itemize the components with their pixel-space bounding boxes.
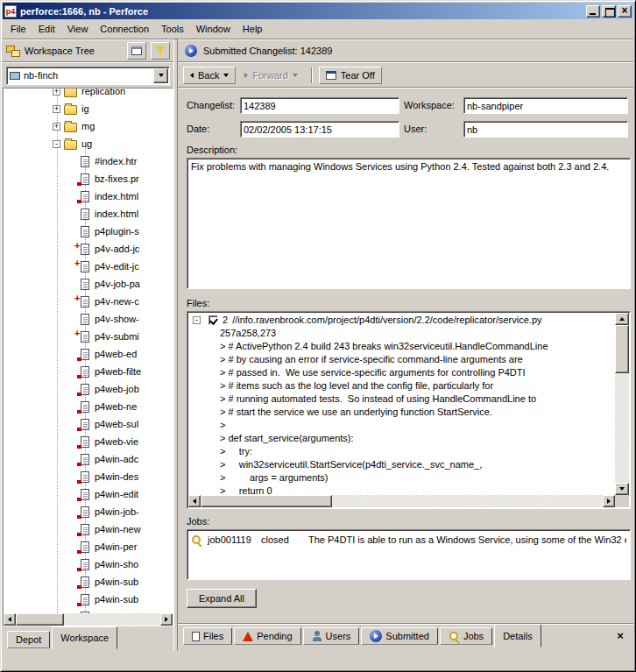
workspace-combobox[interactable]: nb-finch	[6, 67, 170, 85]
diff-line[interactable]: > return 0	[188, 485, 615, 495]
diff-line[interactable]: >	[188, 419, 615, 432]
tree-item-p4win-job[interactable]: p4win-job-	[4, 503, 173, 520]
tree-item-bz-fixes-pr[interactable]: bz-fixes.pr	[4, 170, 173, 187]
expand-all-button[interactable]: Expand All	[187, 589, 257, 608]
scrollbar-thumb[interactable]	[201, 495, 332, 507]
tree-horizontal-scrollbar[interactable]	[4, 613, 173, 626]
tab-depot[interactable]: Depot	[7, 631, 50, 648]
filter-button[interactable]	[151, 42, 170, 60]
menu-help[interactable]: Help	[237, 21, 269, 37]
description-box[interactable]: Fix problems with managing Windows Servi…	[187, 158, 631, 289]
tree-item-mg[interactable]: +mg	[4, 117, 173, 135]
diff-line[interactable]: 257a258,273	[188, 327, 615, 340]
workspace-field[interactable]	[463, 97, 628, 114]
files-list[interactable]: - 2 //info.ravenbrook.com/project/p4dti/…	[188, 313, 615, 495]
tree-item-p4plugin-s[interactable]: p4plugin-s	[4, 223, 173, 240]
tree-item-ig[interactable]: +ig	[4, 100, 173, 117]
tree-item-index-html[interactable]: index.html	[4, 205, 173, 223]
diff-line[interactable]: > args = arguments)	[188, 471, 615, 485]
expand-toggle-icon[interactable]: +	[53, 123, 60, 131]
back-button[interactable]: Back	[183, 67, 236, 84]
tree-item-p4win-sub[interactable]: p4win-sub	[4, 591, 173, 608]
maximize-button[interactable]	[602, 5, 616, 18]
close-button[interactable]	[618, 5, 632, 18]
tree-item-p4win-des[interactable]: p4win-des	[4, 468, 173, 485]
tree-item-index-htr[interactable]: #index.htr	[4, 152, 173, 170]
title-bar[interactable]: perforce:1666, nb - Perforce	[3, 3, 633, 19]
scroll-right-button[interactable]	[603, 495, 615, 507]
expand-toggle-icon[interactable]: +	[53, 105, 60, 113]
scroll-left-button[interactable]	[4, 613, 16, 626]
tear-off-button[interactable]: Tear Off	[319, 67, 382, 84]
tree-view-options-button[interactable]	[127, 42, 146, 60]
diff-line[interactable]: > try:	[188, 445, 615, 458]
tree-item-p4web-ne[interactable]: p4web-ne	[4, 398, 173, 415]
scroll-down-button[interactable]	[615, 483, 629, 495]
menu-tools[interactable]: Tools	[155, 21, 190, 37]
tree-item-p4v-add-jc[interactable]: p4v-add-jc	[4, 240, 173, 258]
tree-item-p4win-adc[interactable]: p4win-adc	[4, 450, 173, 468]
tree-item-p4win-sub[interactable]: p4win-sub	[4, 573, 173, 591]
date-field[interactable]	[240, 121, 399, 138]
menu-file[interactable]: File	[4, 21, 32, 37]
tree-item-p4v-edit-jc[interactable]: p4v-edit-jc	[4, 258, 173, 275]
scrollbar-track[interactable]	[201, 495, 603, 507]
files-vertical-scrollbar[interactable]	[615, 313, 629, 495]
job-entry[interactable]: job001119closedThe P4DTI is able to run …	[191, 533, 626, 547]
menu-connection[interactable]: Connection	[94, 21, 155, 37]
user-field[interactable]	[463, 121, 628, 138]
forward-button[interactable]: Forward	[237, 67, 304, 84]
tree-item-p4win-edit[interactable]: p4win-edit	[4, 485, 173, 503]
scrollbar-thumb[interactable]	[615, 325, 629, 373]
scroll-left-button[interactable]	[188, 495, 201, 507]
tree-item-p4web-filte[interactable]: p4web-filte	[4, 363, 173, 380]
tree-item-p4win-new[interactable]: p4win-new	[4, 520, 173, 538]
tab-files[interactable]: Files	[183, 627, 232, 645]
expand-toggle-icon[interactable]: +	[53, 88, 60, 95]
tab-pending[interactable]: Pending	[234, 627, 300, 645]
tree-item-index-html[interactable]: index.html	[4, 187, 173, 205]
expand-toggle-icon[interactable]: -	[53, 140, 60, 148]
workspace-tree[interactable]: +replication+ig+mg-ug#index.htrbz-fixes.…	[4, 88, 173, 613]
combo-dropdown-button[interactable]	[153, 68, 168, 83]
tab-jobs[interactable]: Jobs	[440, 627, 492, 645]
scrollbar-track[interactable]	[615, 325, 629, 483]
files-horizontal-scrollbar[interactable]	[188, 495, 615, 507]
tab-workspace[interactable]: Workspace	[52, 626, 117, 649]
tree-item-p4win-sho[interactable]: p4win-sho	[4, 555, 173, 573]
scrollbar-thumb[interactable]	[16, 613, 64, 626]
menu-window[interactable]: Window	[190, 21, 237, 37]
scroll-right-button[interactable]	[160, 613, 173, 626]
diff-line[interactable]: > win32serviceutil.StartService(p4dti_se…	[188, 458, 615, 471]
tree-item-p4web-vie[interactable]: p4web-vie	[4, 433, 173, 450]
tree-item-p4v-new-c[interactable]: p4v-new-c	[4, 293, 173, 310]
tree-item-p4v-submi[interactable]: p4v-submi	[4, 328, 173, 345]
jobs-box[interactable]: job001119closedThe P4DTI is able to run …	[187, 529, 631, 580]
tree-item-p4v-show[interactable]: p4v-show-	[4, 310, 173, 328]
scroll-up-button[interactable]	[615, 313, 629, 325]
diff-line[interactable]: > def start_service(arguments):	[188, 432, 615, 445]
minimize-button[interactable]	[586, 5, 600, 18]
changelist-field[interactable]	[240, 97, 399, 114]
close-panel-icon[interactable]: ×	[614, 631, 626, 643]
scrollbar-track[interactable]	[16, 613, 160, 626]
file-entry[interactable]: - 2 //info.ravenbrook.com/project/p4dti/…	[188, 313, 615, 327]
file-checkbox[interactable]	[208, 315, 218, 325]
tree-item-p4web-ed[interactable]: p4web-ed	[4, 345, 173, 363]
tree-item-ug[interactable]: -ug	[4, 135, 173, 152]
tree-item-p4v-job-pa[interactable]: p4v-job-pa	[4, 275, 173, 293]
diff-line[interactable]: > # start the service we use an underlyi…	[188, 406, 615, 419]
diff-line[interactable]: > # passed in. We use service-specific a…	[188, 366, 615, 379]
diff-line[interactable]: > # by causing an error if service-speci…	[188, 353, 615, 366]
tree-item-p4web-job[interactable]: p4web-job	[4, 380, 173, 398]
diff-line[interactable]: > # running automated tests. So instead …	[188, 393, 615, 406]
tree-item-replication[interactable]: +replication	[4, 88, 173, 100]
diff-line[interactable]: > # ActivePython 2.4 build 243 breaks wi…	[188, 340, 615, 353]
tab-details[interactable]: Details	[494, 624, 541, 647]
tab-submitted[interactable]: Submitted	[361, 627, 438, 645]
tab-users[interactable]: Users	[303, 627, 360, 645]
menu-edit[interactable]: Edit	[32, 21, 61, 37]
menu-view[interactable]: View	[61, 21, 95, 37]
diff-line[interactable]: > # items such as the log level and the …	[188, 379, 615, 393]
tree-item-p4win-per[interactable]: p4win-per	[4, 538, 173, 555]
